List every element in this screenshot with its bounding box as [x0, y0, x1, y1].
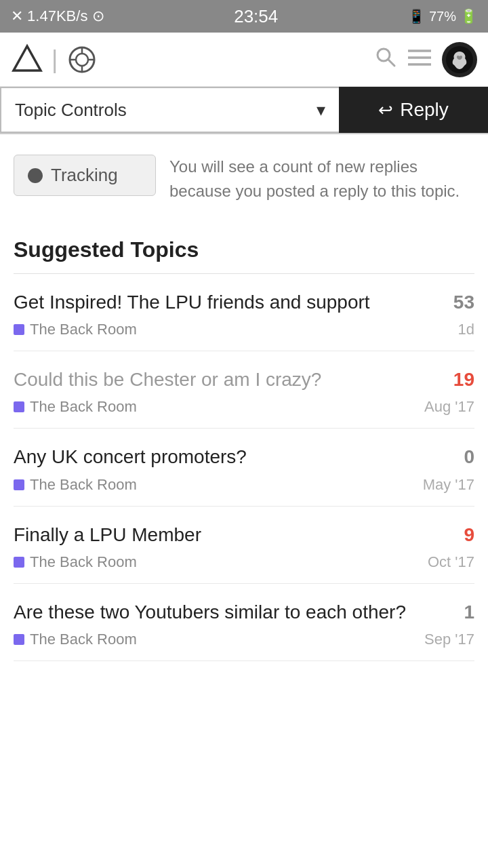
topic-date: 1d — [458, 321, 474, 338]
reply-button[interactable]: ↩ Reply — [339, 87, 488, 133]
menu-icon[interactable] — [408, 47, 431, 72]
toolbar: Topic Controls ▾ ↩ Reply — [0, 87, 488, 134]
avatar[interactable] — [442, 42, 477, 77]
topic-reply-count: 1 — [441, 601, 474, 623]
category-color-dot — [14, 557, 24, 568]
topic-reply-count: 53 — [441, 292, 474, 313]
category-name: The Back Room — [30, 398, 137, 416]
tracking-dot-icon — [28, 168, 43, 183]
topic-category: The Back Room — [14, 321, 137, 338]
status-left: ✕ 1.47KB/s ⊙ — [11, 7, 104, 25]
topic-meta: The Back Room May '17 — [14, 476, 474, 494]
svg-marker-0 — [14, 46, 41, 71]
topic-meta: The Back Room 1d — [14, 321, 474, 338]
category-name: The Back Room — [30, 321, 137, 338]
topic-meta: The Back Room Aug '17 — [14, 398, 474, 416]
category-color-dot — [14, 401, 24, 412]
topic-title: Could this be Chester or am I crazy? — [14, 366, 432, 393]
topic-title: Get Inspired! The LPU friends and suppor… — [14, 289, 432, 315]
category-color-dot — [14, 479, 24, 490]
header-icons — [374, 42, 477, 77]
topic-reply-count: 9 — [441, 524, 474, 546]
topic-title: Finally a LPU Member — [14, 521, 432, 548]
status-signal: ✕ 1.47KB/s ⊙ — [11, 7, 104, 25]
topic-row: Could this be Chester or am I crazy? 19 — [14, 366, 474, 393]
category-color-dot — [14, 634, 24, 645]
category-name: The Back Room — [30, 631, 137, 648]
category-name: The Back Room — [30, 553, 137, 571]
topic-category: The Back Room — [14, 631, 137, 648]
battery-bar: 🔋 — [460, 8, 477, 24]
topic-category: The Back Room — [14, 553, 137, 571]
suggested-topics-title: Suggested Topics — [14, 237, 474, 262]
battery-icon: 📱 — [408, 8, 425, 24]
dropdown-icon: ▾ — [317, 100, 325, 121]
tracking-description: You will see a count of new replies beca… — [169, 155, 474, 203]
topic-controls-label: Topic Controls — [15, 100, 127, 121]
lp-logo-triangle — [11, 43, 43, 76]
reply-label: Reply — [400, 99, 449, 121]
topic-row: Any UK concert promoters? 0 — [14, 443, 474, 470]
tracking-section: Tracking You will see a count of new rep… — [0, 134, 488, 224]
topic-item[interactable]: Finally a LPU Member 9 The Back Room Oct… — [14, 507, 474, 584]
svg-line-8 — [388, 60, 394, 66]
topic-date: Sep '17 — [424, 631, 474, 648]
topic-reply-count: 0 — [441, 446, 474, 468]
reply-arrow-icon: ↩ — [378, 100, 393, 121]
logo-divider: | — [52, 45, 58, 74]
topic-row: Are these two Youtubers similar to each … — [14, 599, 474, 625]
topic-row: Get Inspired! The LPU friends and suppor… — [14, 289, 474, 315]
topic-controls-button[interactable]: Topic Controls ▾ — [0, 87, 339, 133]
status-bar: ✕ 1.47KB/s ⊙ 23:54 📱 77% 🔋 — [0, 0, 488, 33]
tracking-label: Tracking — [51, 165, 118, 186]
topic-meta: The Back Room Oct '17 — [14, 553, 474, 571]
topic-item[interactable]: Get Inspired! The LPU friends and suppor… — [14, 274, 474, 351]
topics-list: Get Inspired! The LPU friends and suppor… — [14, 274, 474, 661]
category-color-dot — [14, 324, 24, 335]
topic-category: The Back Room — [14, 398, 137, 416]
search-icon[interactable] — [374, 45, 397, 74]
status-right: 📱 77% 🔋 — [408, 8, 477, 24]
topic-item[interactable]: Are these two Youtubers similar to each … — [14, 584, 474, 661]
topic-title: Are these two Youtubers similar to each … — [14, 599, 432, 625]
battery-percent: 77% — [429, 9, 456, 24]
category-name: The Back Room — [30, 476, 137, 494]
lp-logo-circle — [66, 43, 98, 76]
topic-title: Any UK concert promoters? — [14, 443, 432, 470]
topic-item[interactable]: Any UK concert promoters? 0 The Back Roo… — [14, 429, 474, 506]
topic-date: May '17 — [423, 476, 474, 494]
topic-meta: The Back Room Sep '17 — [14, 631, 474, 648]
topic-reply-count: 19 — [441, 369, 474, 391]
topic-date: Oct '17 — [428, 553, 474, 571]
suggested-topics-section: Suggested Topics Get Inspired! The LPU f… — [0, 224, 488, 668]
header: | — [0, 33, 488, 87]
tracking-button[interactable]: Tracking — [14, 155, 156, 196]
topic-date: Aug '17 — [424, 398, 474, 416]
topic-category: The Back Room — [14, 476, 137, 494]
topic-item[interactable]: Could this be Chester or am I crazy? 19 … — [14, 351, 474, 429]
logo-area: | — [11, 43, 98, 76]
topic-row: Finally a LPU Member 9 — [14, 521, 474, 548]
svg-point-2 — [76, 54, 88, 66]
status-time: 23:54 — [234, 6, 278, 27]
